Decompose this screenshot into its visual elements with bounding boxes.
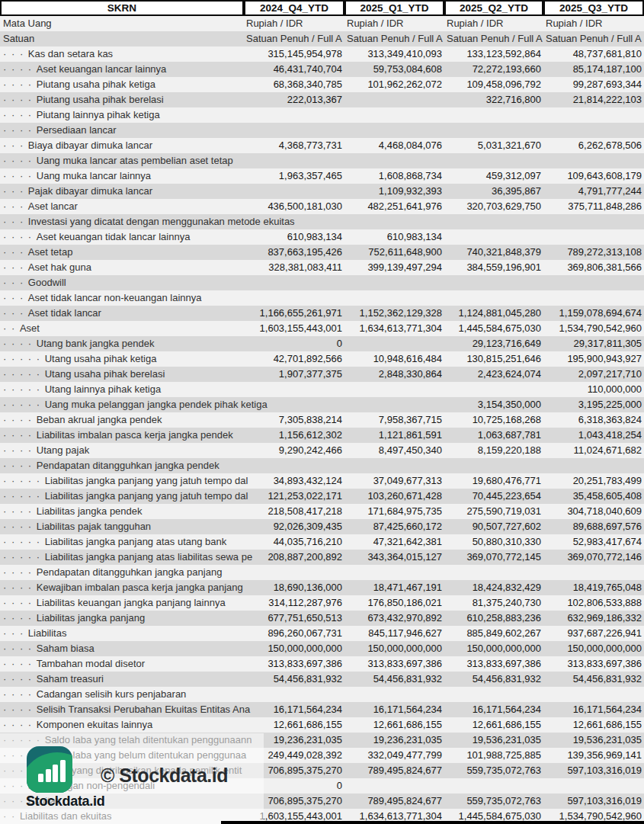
currency-cell[interactable]: Rupiah / IDR [444,16,543,31]
cell-value[interactable]: 399,139,497,294 [344,260,444,275]
cell-value[interactable] [444,565,543,580]
cell-value[interactable]: 896,260,067,731 [245,626,344,641]
cell-value[interactable]: 130,815,251,646 [444,351,543,367]
cell-value[interactable]: 87,425,660,172 [344,519,444,534]
row-label[interactable]: · · · · · Liabilitas jangka panjang atas… [3,550,258,565]
cell-value[interactable] [245,214,344,229]
cell-value[interactable] [444,687,543,702]
cell-value[interactable]: 10,725,168,268 [444,412,543,428]
row-label[interactable]: · · · · Saham treasuri [3,672,258,687]
cell-value[interactable] [543,107,644,123]
cell-value[interactable]: 89,688,697,576 [543,519,644,534]
row-label[interactable]: · · · Kas dan setara kas [3,46,258,62]
cell-value[interactable]: 1,063,687,781 [444,428,543,443]
row-label[interactable]: · · · · · Liabilitas jangka panjang yang… [3,473,258,489]
cell-value[interactable]: 47,321,642,381 [344,534,444,550]
cell-value[interactable]: 328,381,083,411 [245,260,344,275]
cell-value[interactable] [444,275,543,290]
unit-cell[interactable]: Satuan Penuh / Full A [543,31,644,46]
row-label[interactable]: · · · · Beban akrual jangka pendek [3,412,258,428]
period-header-cell[interactable]: 2025_Q1_YTD [344,0,444,16]
cell-value[interactable] [543,214,644,229]
cell-value[interactable]: 1,963,357,465 [245,168,344,184]
cell-value[interactable]: 90,507,727,602 [444,519,543,534]
unit-cell[interactable]: Satuan Penuh / Full A [444,31,543,46]
cell-value[interactable]: 16,171,564,234 [245,702,344,717]
row-label[interactable]: · · · · Selisih Transaksi Perubahan Ekui… [3,702,258,717]
cell-value[interactable]: 4,368,773,731 [245,138,344,153]
cell-value[interactable]: 12,661,686,155 [344,717,444,733]
cell-value[interactable] [543,687,644,702]
cell-value[interactable] [245,184,344,199]
cell-value[interactable]: 92,026,309,435 [245,519,344,534]
cell-value[interactable]: 313,349,410,093 [344,46,444,62]
unit-cell[interactable]: Satuan Penuh / Full A [244,31,344,46]
cell-value[interactable] [444,107,543,123]
cell-value[interactable]: 320,703,629,750 [444,199,543,214]
cell-value[interactable]: 18,690,136,000 [245,580,344,595]
cell-value[interactable]: 36,395,867 [444,184,543,199]
cell-value[interactable]: 4,468,084,076 [344,138,444,153]
cell-value[interactable] [245,107,344,123]
unit-cell[interactable]: Satuan Penuh / Full A [344,31,444,46]
cell-value[interactable]: 16,171,564,234 [543,702,644,717]
cell-value[interactable]: 9,290,242,466 [245,443,344,458]
row-label[interactable]: · · · · · Utang usaha pihak ketiga [3,351,258,367]
cell-value[interactable]: 1,159,078,694,674 [543,306,644,321]
cell-value[interactable]: 8,159,220,188 [444,443,543,458]
cell-value[interactable]: 0 [245,778,344,794]
cell-value[interactable]: 332,049,477,799 [344,748,444,763]
cell-value[interactable]: 249,449,028,392 [245,748,344,763]
cell-value[interactable] [245,565,344,580]
cell-value[interactable]: 313,833,697,386 [543,656,644,672]
cell-value[interactable]: 6,318,363,824 [543,412,644,428]
row-label[interactable]: · · · Aset tetap [3,245,258,260]
row-label[interactable]: · · · · Liabilitas imbalan pasca kerja j… [3,428,258,443]
cell-value[interactable]: 610,983,134 [344,229,444,245]
cell-value[interactable]: 375,711,848,286 [543,199,644,214]
cell-value[interactable]: 48,737,681,810 [543,46,644,62]
cell-value[interactable]: 12,661,686,155 [245,717,344,733]
cell-value[interactable]: 313,833,697,386 [444,656,543,672]
cell-value[interactable]: 1,043,418,254 [543,428,644,443]
row-label[interactable]: · · · · Aset keuangan tidak lancar lainn… [3,229,258,245]
cell-value[interactable]: 50,880,310,330 [444,534,543,550]
cell-value[interactable]: 171,684,975,735 [344,504,444,519]
cell-value[interactable] [245,153,344,168]
cell-value[interactable]: 1,907,377,375 [245,367,344,382]
cell-value[interactable]: 313,833,697,386 [344,656,444,672]
cell-value[interactable]: 150,000,000,000 [543,641,644,656]
cell-value[interactable]: 20,251,783,499 [543,473,644,489]
row-label[interactable]: · · Aset [3,321,258,336]
cell-value[interactable]: 559,735,072,763 [444,794,543,809]
cell-value[interactable]: 16,171,564,234 [444,702,543,717]
row-label[interactable]: · · · · Kewajiban imbalan pasca kerja ja… [3,580,258,595]
row-label[interactable]: · · · · Piutang usaha pihak ketiga [3,77,258,92]
cell-value[interactable]: 314,112,287,976 [245,595,344,611]
cell-value[interactable]: 1,603,155,443,001 [245,321,344,336]
cell-value[interactable]: 19,236,231,035 [344,733,444,748]
cell-value[interactable]: 109,643,608,179 [543,168,644,184]
cell-value[interactable] [543,229,644,245]
cell-value[interactable]: 2,423,624,074 [444,367,543,382]
row-label[interactable]: · · · · · Liabilitas jangka panjang atas… [3,534,258,550]
cell-value[interactable]: 101,988,725,885 [444,748,543,763]
row-label[interactable]: · · · Aset hak guna [3,260,258,275]
cell-value[interactable] [344,275,444,290]
cell-value[interactable]: 1,166,655,261,971 [245,306,344,321]
row-label[interactable]: · · · Liabilitas [3,626,258,641]
cell-value[interactable]: 59,753,084,608 [344,62,444,77]
row-label[interactable]: · · · · Komponen ekuitas lainnya [3,717,258,733]
cell-value[interactable]: 12,661,686,155 [543,717,644,733]
cell-value[interactable]: 632,969,186,332 [543,611,644,626]
cell-value[interactable]: 5,031,321,670 [444,138,543,153]
cell-value[interactable] [444,123,543,138]
cell-value[interactable]: 70,445,223,654 [444,489,543,504]
cell-value[interactable]: 34,893,432,124 [245,473,344,489]
cell-value[interactable]: 384,559,196,901 [444,260,543,275]
cell-value[interactable]: 11,024,671,682 [543,443,644,458]
cell-value[interactable]: 44,035,716,210 [245,534,344,550]
cell-value[interactable] [344,565,444,580]
cell-value[interactable] [344,107,444,123]
cell-value[interactable]: 459,312,097 [444,168,543,184]
